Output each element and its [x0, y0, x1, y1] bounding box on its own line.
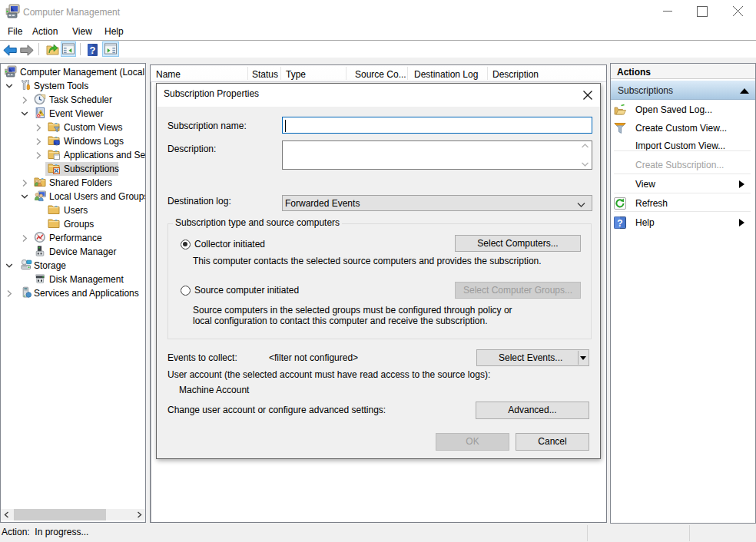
svg-text:?: ?	[90, 45, 96, 56]
svg-text:?: ?	[617, 218, 622, 229]
